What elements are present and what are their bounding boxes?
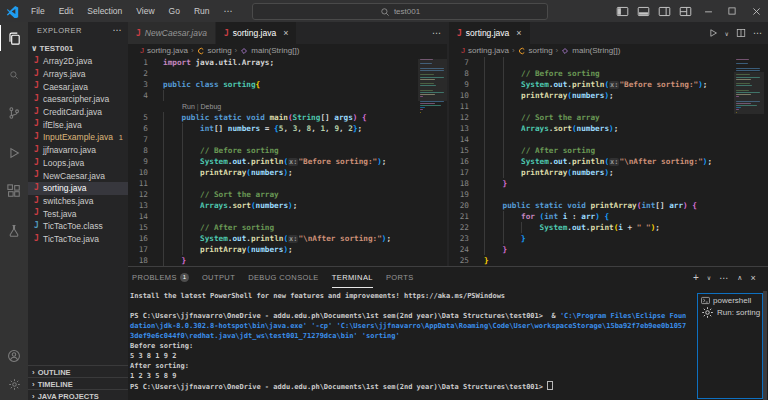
terminal-output[interactable]: Install the latest PowerShell for new fe… bbox=[130, 291, 690, 392]
panel-tabs: PROBLEMS1OUTPUTDEBUG CONSOLETERMINALPORT… bbox=[132, 267, 414, 288]
window-minimize-button[interactable] bbox=[696, 0, 720, 22]
code-editor-left[interactable]: 1import java.util.Arrays;23public class … bbox=[128, 57, 447, 266]
token: // Sort the array bbox=[163, 190, 279, 199]
token: System bbox=[521, 157, 549, 166]
breadcrumb-right[interactable]: Jsorting.java›sorting›main(String[]) bbox=[449, 44, 768, 57]
menu-item-go[interactable]: Go bbox=[162, 6, 187, 16]
layout-customize-icon[interactable] bbox=[675, 0, 696, 22]
chevron-down-icon[interactable]: ∨ bbox=[725, 30, 729, 37]
file-item-caesarcipher.java[interactable]: Jcaesarcipher.java bbox=[28, 93, 128, 106]
line-number: 22 bbox=[449, 222, 469, 233]
line-number: 5 bbox=[128, 112, 148, 123]
minimap-slider[interactable] bbox=[734, 72, 764, 114]
explorer-root-folder[interactable]: ∨ TEST001 bbox=[28, 42, 128, 55]
panel-tab-terminal[interactable]: TERMINAL bbox=[332, 267, 373, 288]
token bbox=[163, 234, 200, 243]
file-item-Arrays.java[interactable]: JArrays.java bbox=[28, 68, 128, 81]
file-item-jjfnavarro.java[interactable]: Jjjfnavarro.java bbox=[28, 144, 128, 157]
editor-group-divider[interactable] bbox=[447, 22, 449, 266]
file-item-Loops.java[interactable]: JLoops.java bbox=[28, 157, 128, 170]
codelens-run-debug[interactable]: Run | Debug bbox=[128, 101, 447, 112]
code-text: printArray(numbers); bbox=[484, 90, 614, 101]
activity-extensions-icon[interactable] bbox=[0, 178, 28, 204]
file-item-TicTacToe.class[interactable]: JTicTacToe.class bbox=[28, 220, 128, 233]
line-number: 9 bbox=[449, 79, 469, 90]
file-item-TicTacToe.java[interactable]: JTicTacToe.java bbox=[28, 233, 128, 246]
menu-item-view[interactable]: View bbox=[129, 6, 161, 16]
panel-tab-debug-console[interactable]: DEBUG CONSOLE bbox=[248, 267, 319, 288]
menu-item-selection[interactable]: Selection bbox=[80, 6, 129, 16]
tab-close-icon[interactable]: × bbox=[283, 28, 288, 38]
line-number: 2 bbox=[128, 68, 148, 79]
layout-sidebar-right-icon[interactable] bbox=[654, 0, 675, 22]
token: + bbox=[623, 223, 637, 232]
file-item-InputExample.java[interactable]: JInputExample.java1 bbox=[28, 131, 128, 144]
plus-icon[interactable]: + bbox=[693, 272, 699, 283]
activity-run-debug-icon[interactable] bbox=[0, 140, 28, 166]
code-editor-right[interactable]: 78 // Before sorting9 System.out.println… bbox=[449, 57, 768, 266]
activity-testing-icon[interactable] bbox=[0, 218, 28, 244]
file-item-Test.java[interactable]: JTest.java bbox=[28, 207, 128, 220]
tab-close-icon[interactable]: × bbox=[516, 28, 521, 38]
more-ellipsis-icon[interactable]: ⋯ bbox=[753, 28, 763, 38]
chevron-down-icon[interactable]: ∨ bbox=[707, 274, 711, 281]
token: // After sorting bbox=[163, 223, 274, 232]
explorer-more-icon[interactable]: ⋯ bbox=[113, 25, 123, 35]
sidebar-section-java-projects[interactable]: ›JAVA PROJECTS bbox=[28, 389, 128, 400]
tab-NewCaesar.java[interactable]: JNewCaesar.java bbox=[128, 22, 216, 44]
file-item-NewCaesar.java[interactable]: JNewCaesar.java bbox=[28, 169, 128, 182]
breadcrumb-left[interactable]: Jsorting.java›sorting›main(String[]) bbox=[128, 44, 447, 57]
chevron-up-icon[interactable]: ∧ bbox=[737, 274, 742, 282]
activity-account-icon[interactable] bbox=[0, 343, 28, 369]
tab-sorting.java[interactable]: Jsorting.java× bbox=[216, 22, 298, 44]
terminal-tab-run-sorting[interactable]: Run: sorting bbox=[698, 306, 762, 318]
menu-item-run[interactable]: Run bbox=[187, 6, 217, 16]
token: // Before sorting bbox=[163, 146, 279, 155]
code-line: 12 // Sort the array bbox=[128, 189, 447, 200]
close-x-icon[interactable]: × bbox=[750, 273, 755, 283]
file-item-CreditCard.java[interactable]: JCreditCard.java bbox=[28, 106, 128, 119]
activity-search-icon[interactable] bbox=[0, 62, 28, 88]
activity-explorer-icon[interactable] bbox=[0, 25, 28, 51]
menu-item-edit[interactable]: Edit bbox=[52, 6, 81, 16]
panel-tab-ports[interactable]: PORTS bbox=[386, 267, 414, 288]
command-center[interactable]: test001 bbox=[252, 3, 548, 20]
token: { bbox=[692, 201, 697, 210]
menu-overflow-icon[interactable]: ⋯ bbox=[217, 6, 240, 16]
layout-sidebar-left-icon[interactable] bbox=[612, 0, 633, 22]
panel-scrollbar[interactable] bbox=[763, 291, 767, 400]
more-ellipsis-icon[interactable]: ⋯ bbox=[432, 28, 442, 38]
file-name: Caesar.java bbox=[43, 82, 88, 92]
section-label: TIMELINE bbox=[38, 380, 73, 389]
more-ellipsis-icon[interactable]: ⋯ bbox=[719, 273, 729, 283]
file-item-ifElse.java[interactable]: JifElse.java bbox=[28, 118, 128, 131]
minimap-slider[interactable] bbox=[418, 59, 447, 101]
terminal-text: 1 2 3 5 8 9 bbox=[130, 372, 176, 380]
panel-tab-output[interactable]: OUTPUT bbox=[202, 267, 235, 288]
activity-source-control-icon[interactable] bbox=[0, 100, 28, 126]
minimap-left[interactable] bbox=[420, 59, 446, 116]
code-line: 10 printArray(numbers); bbox=[449, 90, 768, 101]
activity-settings-gear-icon[interactable] bbox=[0, 371, 28, 397]
minimap-line bbox=[420, 103, 435, 104]
code-line: 2 bbox=[128, 68, 447, 79]
menu-item-file[interactable]: File bbox=[24, 6, 52, 16]
token: ; bbox=[288, 168, 293, 177]
window-close-button[interactable] bbox=[744, 0, 768, 22]
file-name: jjfnavarro.java bbox=[43, 145, 96, 155]
terminal-text: 5 3 8 1 9 2 bbox=[130, 352, 176, 360]
code-text: // After sorting bbox=[163, 222, 274, 233]
file-item-Array2D.java[interactable]: JArray2D.java bbox=[28, 55, 128, 68]
minimap-right[interactable] bbox=[736, 59, 762, 116]
file-item-Caesar.java[interactable]: JCaesar.java bbox=[28, 80, 128, 93]
panel-tab-problems[interactable]: PROBLEMS1 bbox=[132, 267, 189, 288]
file-item-switches.java[interactable]: Jswitches.java bbox=[28, 195, 128, 208]
terminal-tab-powershell[interactable]: powershell bbox=[698, 294, 762, 306]
token: numbers bbox=[228, 124, 260, 133]
tab-sorting.java[interactable]: Jsorting.java× bbox=[449, 22, 531, 44]
run-java-icon[interactable] bbox=[708, 28, 718, 38]
split-editor-icon[interactable] bbox=[736, 28, 746, 38]
window-maximize-button[interactable] bbox=[720, 0, 744, 22]
layout-panel-icon[interactable] bbox=[633, 0, 654, 22]
file-item-sorting.java[interactable]: Jsorting.java bbox=[28, 182, 128, 195]
